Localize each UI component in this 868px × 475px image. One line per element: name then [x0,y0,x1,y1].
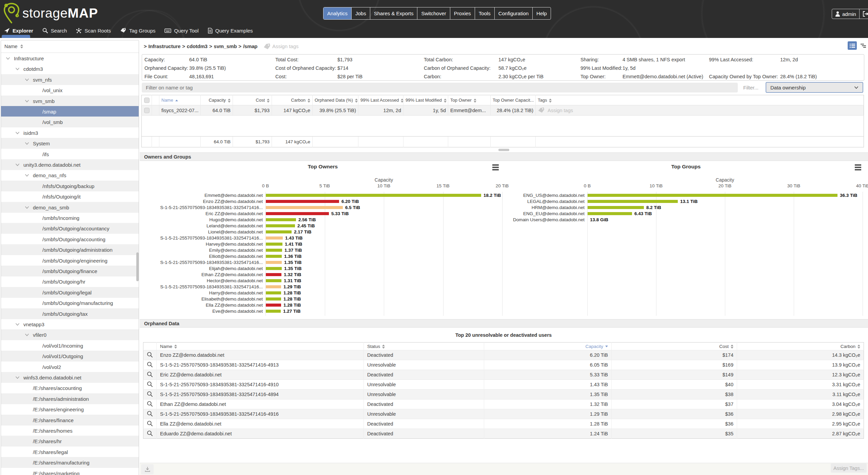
tree-item-e-shares-finance[interactable]: /E:/shares/finance [1,415,139,426]
cell-tags[interactable]: Assign tags [536,105,864,116]
chart-menu-icon[interactable] [855,164,861,170]
chevron-down-icon[interactable] [6,57,10,60]
tree-item-nfsfs-outgoing-it[interactable]: /nfsfs/Outgoing/it [1,191,139,202]
row-search-cell[interactable] [143,390,157,399]
chevron-down-icon[interactable] [25,206,29,209]
tree-view-button[interactable] [859,41,868,50]
chevron-down-icon[interactable] [25,174,29,177]
chart-menu-icon[interactable] [492,164,499,170]
splitter-handle[interactable] [498,149,509,151]
tree-item-smap[interactable]: /smap [1,106,139,117]
nav-tab-shares-exports[interactable]: Shares & Exports [370,7,418,19]
tree-item-system[interactable]: System [1,138,139,149]
tree-item-smbfs-incoming[interactable]: /smbfs/Incoming [1,212,139,223]
tree-item-demo-nas-smb[interactable]: demo_nas_smb [1,202,139,213]
tree-header[interactable]: Name [1,40,139,53]
tree-item-svm-nfs[interactable]: svm_nfs [1,74,139,85]
nav-tab-analytics[interactable]: Analytics [323,7,352,19]
tree-item-e-shares-legal[interactable]: /E:/shares/legal [1,447,139,457]
assign-tags-button[interactable]: Assign Tags... [831,463,867,473]
tree-item-smbfs-outgoing-manufacturing[interactable]: /smbfs/Outgoing/manufacturing [1,297,139,308]
toolbar-item-query-tool[interactable]: Query Tool [164,28,198,34]
table-row[interactable]: fisycs_2022-07...64.0 TiB$1,793147 kgCO₂… [142,105,864,116]
chevron-down-icon[interactable] [15,67,20,70]
column-header-name[interactable]: Name [159,95,201,105]
checkbox[interactable] [144,108,150,113]
column-header-top-owner[interactable]: Top Owner [448,95,491,105]
assign-tags-cell[interactable]: Assign tags [538,107,862,113]
row-search-cell[interactable] [143,419,157,429]
tree-item-isidm3[interactable]: isidm3 [1,127,139,138]
chevron-down-icon[interactable] [15,163,20,166]
breadcrumb-segment[interactable]: cdotdm3 [187,43,208,49]
toolbar-item-explorer[interactable]: Explorer [4,28,33,34]
column-header-orphaned-data-[interactable]: Orphaned Data (%) [313,95,358,105]
nav-tab-help[interactable]: Help [533,7,551,19]
breadcrumb[interactable]: >Infrastructure>cdotdm3>svm_smb>/smap [142,43,257,49]
tree-item-vfiler0[interactable]: vfiler0 [1,329,139,340]
column-header-cost[interactable]: Cost [233,95,272,105]
nav-tab-proxies[interactable]: Proxies [450,7,475,19]
breadcrumb-segment[interactable]: svm_smb [214,43,237,49]
tree-item-winfs3-demo-datadobi-net[interactable]: winfs3.demo.datadobi.net [1,372,139,383]
chevron-down-icon[interactable] [25,333,29,336]
column-header-carbon[interactable]: Carbon [737,343,864,350]
row-search-cell[interactable] [143,399,157,409]
tree-item-infrastructure[interactable]: Infrastructure [1,53,139,64]
nav-tab-configuration[interactable]: Configuration [495,7,533,19]
column-header-capacity[interactable]: Capacity [484,343,612,350]
column-header-name[interactable]: Name [157,343,364,350]
tree-item-e-shares-administration[interactable]: /E:/shares/administration [1,393,139,404]
tree-item-ifs[interactable]: /ifs [1,149,139,160]
column-header-cost[interactable]: Cost [612,343,737,350]
checkbox[interactable] [144,98,150,103]
column-header-99-last-accessed[interactable]: 99% Last Accessed [358,95,403,105]
nav-tab-jobs[interactable]: Jobs [352,7,370,19]
tree-item-e-shares-accounting[interactable]: /E:/shares/accounting [1,383,139,393]
chevron-down-icon[interactable] [25,100,29,103]
tree-item-vnetapp3[interactable]: vnetapp3 [1,319,139,330]
column-header-carbon[interactable]: Carbon [272,95,313,105]
tree-item-e-shares-homes[interactable]: /E:/shares/homes [1,425,139,436]
tree-item-vol-smb[interactable]: /vol_smb [1,117,139,127]
breadcrumb-segment[interactable]: /smap [243,43,257,49]
tree-item-cdotdm3[interactable]: cdotdm3 [1,63,139,74]
tree-item-smbfs-outgoing-hr[interactable]: /smbfs/Outgoing/hr [1,276,139,287]
column-header-99-last-modified[interactable]: 99% Last Modified [403,95,448,105]
tree-item-vol-vol2[interactable]: /vol/vol2 [1,362,139,372]
row-search-cell[interactable] [143,409,157,419]
tree-item-smbfs-outgoing-accountancy[interactable]: /smbfs/Outgoing/accountancy [1,223,139,234]
breadcrumb-segment[interactable]: Infrastructure [149,43,181,49]
toolbar-item-search[interactable]: Search [42,28,67,34]
row-search-cell[interactable] [143,429,157,439]
chevron-down-icon[interactable] [15,131,20,135]
column-header-capacity[interactable]: Capacity [201,95,233,105]
user-button[interactable]: admin [832,9,859,19]
toolbar-item-scan-roots[interactable]: Scan Roots [76,28,111,34]
tree-item-e-shares-marketing[interactable]: /E:/shares/marketing [1,468,139,475]
filter-label[interactable]: Filter... [743,85,758,90]
tree-item-vol-vol1-incoming[interactable]: /vol/vol1/Incoming [1,340,139,351]
tree-item-smbfs-outgoing-finance[interactable]: /smbfs/Outgoing/finance [1,266,139,276]
toolbar-item-query-examples[interactable]: Query Examples [208,28,253,34]
row-search-cell[interactable] [143,350,157,360]
data-ownership-dropdown[interactable]: Data ownership [766,82,863,93]
row-search-cell[interactable] [143,360,157,370]
column-header-top-owner-capacit-[interactable]: Top Owner Capacit... [491,95,536,105]
tree-item-demo-nas-nfs[interactable]: demo_nas_nfs [1,170,139,181]
nav-tab-tools[interactable]: Tools [475,7,495,19]
tree-item-svm-smb[interactable]: svm_smb [1,96,139,106]
tree-item-e-shares-engineering[interactable]: /E:/shares/engineering [1,404,139,415]
tree-item-smbfs-outgoing-engineering[interactable]: /smbfs/Outgoing/engineering [1,255,139,266]
download-button[interactable] [141,464,154,474]
list-view-button[interactable] [848,41,857,50]
chevron-down-icon[interactable] [25,142,29,145]
tree-item-smbfs-outgoing-administration[interactable]: /smbfs/Outgoing/administration [1,244,139,255]
tree-item-unity3-demo-datadobi-net[interactable]: unity3.demo.datadobi.net [1,159,139,170]
toolbar-item-tag-groups[interactable]: Tag Groups [120,28,156,34]
filter-input[interactable] [142,83,738,92]
row-search-cell[interactable] [143,380,157,390]
tree-item-vol-vol1-outgoing[interactable]: /vol/vol1/Outgoing [1,351,139,362]
tree-item-smbfs-outgoing-legal[interactable]: /smbfs/Outgoing/legal [1,287,139,298]
column-header-status[interactable]: Status [364,343,484,350]
